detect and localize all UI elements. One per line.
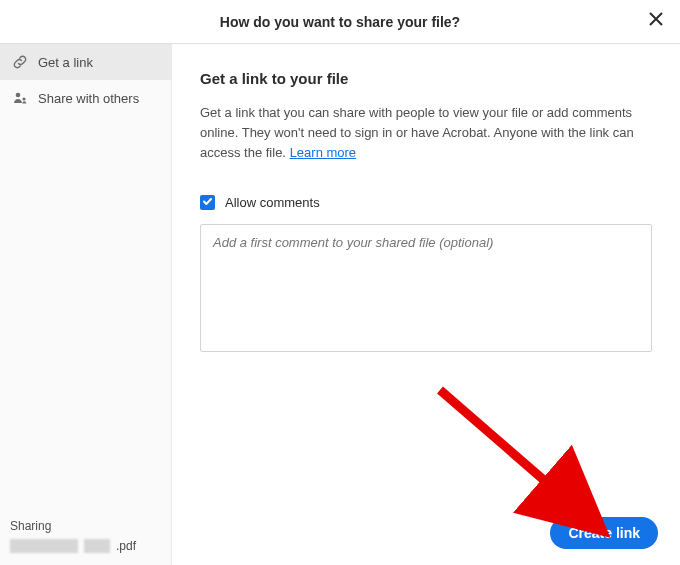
svg-point-0	[16, 93, 21, 98]
first-comment-textarea[interactable]	[200, 224, 652, 352]
allow-comments-checkbox[interactable]	[200, 195, 215, 210]
learn-more-link[interactable]: Learn more	[290, 145, 356, 160]
sidebar-footer: Sharing .pdf	[10, 519, 161, 553]
sidebar-item-get-link[interactable]: Get a link	[0, 44, 171, 80]
redacted-filename	[10, 539, 78, 553]
sharing-label: Sharing	[10, 519, 161, 533]
close-icon	[649, 12, 663, 29]
people-icon	[12, 90, 28, 106]
dialog-body: Get a link Share with others Sharing .pd…	[0, 44, 680, 565]
sidebar: Get a link Share with others Sharing .pd…	[0, 44, 172, 565]
panel-description: Get a link that you can share with peopl…	[200, 103, 650, 163]
allow-comments-label: Allow comments	[225, 195, 320, 210]
main-panel: Get a link to your file Get a link that …	[172, 44, 680, 565]
link-icon	[12, 54, 28, 70]
panel-title: Get a link to your file	[200, 70, 652, 87]
dialog-header: How do you want to share your file?	[0, 0, 680, 44]
allow-comments-row: Allow comments	[200, 195, 652, 210]
checkmark-icon	[202, 195, 213, 210]
sharing-file: .pdf	[10, 539, 161, 553]
redacted-part	[84, 539, 110, 553]
file-extension: .pdf	[116, 539, 136, 553]
sidebar-item-label: Share with others	[38, 91, 139, 106]
sidebar-item-label: Get a link	[38, 55, 93, 70]
close-button[interactable]	[646, 10, 666, 30]
svg-point-1	[22, 97, 25, 100]
sidebar-item-share-others[interactable]: Share with others	[0, 80, 171, 116]
dialog-title: How do you want to share your file?	[220, 14, 460, 30]
create-link-button[interactable]: Create link	[550, 517, 658, 549]
